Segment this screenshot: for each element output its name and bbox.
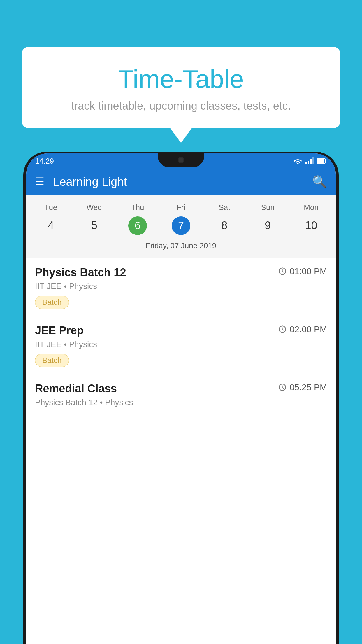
svg-rect-7 (317, 159, 324, 163)
schedule-title-2: JEE Prep (35, 324, 84, 337)
day-7-selected[interactable]: 7 (172, 216, 190, 235)
schedule-list: Physics Batch 12 01:00 PM IIT JEE • Phys… (26, 258, 336, 419)
schedule-time-2: 02:00 PM (278, 324, 327, 334)
wifi-icon (293, 158, 303, 164)
day-name-wed: Wed (73, 201, 116, 214)
schedule-item-3-header: Remedial Class 05:25 PM (35, 382, 327, 395)
day-6-today[interactable]: 6 (128, 216, 147, 235)
calendar-header: Tue Wed Thu Fri Sat Sun Mon 4 5 6 7 8 9 … (26, 195, 336, 258)
phone-frame: 14:29 (23, 152, 339, 644)
speech-bubble: Time-Table track timetable, upcoming cla… (22, 47, 340, 128)
clock-icon-1 (278, 267, 287, 276)
search-icon[interactable]: 🔍 (312, 175, 327, 189)
batch-badge-2: Batch (35, 354, 69, 367)
day-name-sat: Sat (203, 201, 246, 214)
schedule-item-2[interactable]: JEE Prep 02:00 PM IIT JEE • Physics Batc… (26, 316, 336, 374)
phone-screen: 14:29 (26, 153, 336, 644)
camera (178, 157, 184, 163)
day-5[interactable]: 5 (73, 216, 116, 235)
day-10[interactable]: 10 (289, 216, 333, 235)
signal-icon (305, 158, 314, 164)
day-name-mon: Mon (289, 201, 333, 214)
day-name-thu: Thu (116, 201, 159, 214)
schedule-time-3: 05:25 PM (278, 382, 327, 392)
bubble-subtitle: track timetable, upcoming classes, tests… (36, 100, 326, 112)
schedule-item-3[interactable]: Remedial Class 05:25 PM Physics Batch 12… (26, 374, 336, 419)
day-name-sun: Sun (246, 201, 289, 214)
svg-point-0 (297, 163, 299, 164)
battery-icon (317, 158, 327, 164)
svg-rect-3 (310, 159, 312, 164)
day-8[interactable]: 8 (203, 216, 246, 235)
selected-date-label: Friday, 07 June 2019 (26, 238, 336, 255)
status-icons (293, 158, 327, 164)
schedule-item-2-header: JEE Prep 02:00 PM (35, 324, 327, 337)
notch (158, 153, 204, 167)
app-bar: ☰ Learning Light 🔍 (26, 169, 336, 195)
clock-icon-3 (278, 383, 287, 392)
day-names: Tue Wed Thu Fri Sat Sun Mon (26, 201, 336, 214)
clock-icon-2 (278, 325, 287, 334)
schedule-item-1[interactable]: Physics Batch 12 01:00 PM IIT JEE • Phys… (26, 258, 336, 316)
status-time: 14:29 (35, 157, 54, 166)
schedule-subtitle-1: IIT JEE • Physics (35, 282, 327, 291)
day-9[interactable]: 9 (246, 216, 289, 235)
day-name-tue: Tue (29, 201, 73, 214)
svg-rect-1 (305, 162, 307, 164)
day-name-fri: Fri (159, 201, 203, 214)
schedule-item-1-header: Physics Batch 12 01:00 PM (35, 266, 327, 279)
svg-rect-4 (312, 158, 314, 164)
menu-icon[interactable]: ☰ (35, 176, 44, 187)
batch-badge-1: Batch (35, 296, 69, 309)
app-title: Learning Light (53, 175, 312, 188)
schedule-title-3: Remedial Class (35, 382, 117, 395)
day-4[interactable]: 4 (29, 216, 73, 235)
svg-rect-6 (325, 160, 326, 162)
schedule-subtitle-3: Physics Batch 12 • Physics (35, 398, 327, 407)
schedule-subtitle-2: IIT JEE • Physics (35, 340, 327, 349)
schedule-title-1: Physics Batch 12 (35, 266, 126, 279)
bubble-title: Time-Table (36, 64, 326, 94)
schedule-time-1: 01:00 PM (278, 266, 327, 276)
status-bar: 14:29 (26, 153, 336, 169)
day-numbers: 4 5 6 7 8 9 10 (26, 214, 336, 238)
svg-rect-2 (308, 161, 309, 164)
